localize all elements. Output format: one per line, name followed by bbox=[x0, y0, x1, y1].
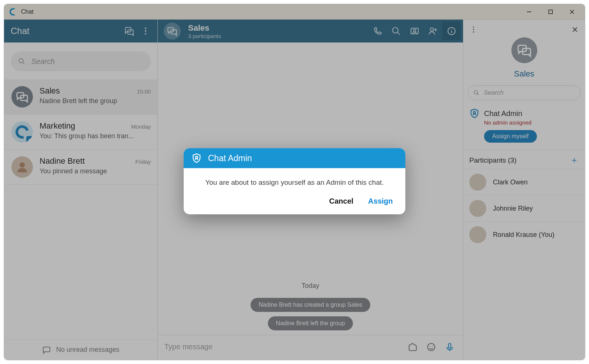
dialog-actions: Cancel Assign bbox=[184, 189, 405, 214]
dialog-body: You are about to assign yourself as an A… bbox=[184, 168, 405, 189]
cancel-button[interactable]: Cancel bbox=[329, 197, 354, 205]
dialog-header: Chat Admin bbox=[184, 148, 405, 168]
dialog-title: Chat Admin bbox=[208, 153, 252, 163]
app-window: Chat Chat bbox=[4, 4, 585, 360]
chat-admin-dialog: Chat Admin You are about to assign yours… bbox=[184, 148, 405, 214]
shield-icon bbox=[191, 153, 202, 164]
svg-point-46 bbox=[195, 156, 198, 159]
modal-overlay: Chat Admin You are about to assign yours… bbox=[4, 4, 585, 360]
assign-button[interactable]: Assign bbox=[368, 197, 393, 205]
